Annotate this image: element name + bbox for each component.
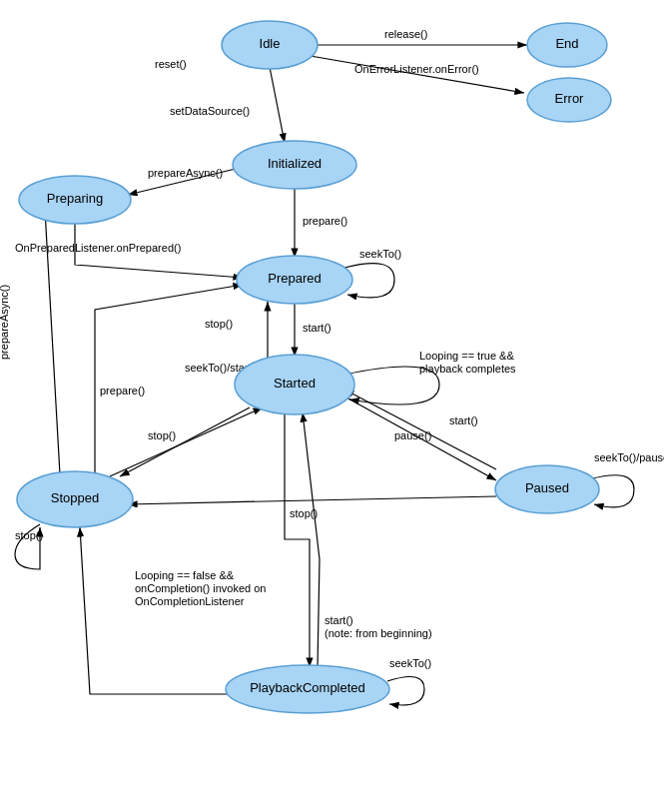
label-seekto-pause: seekTo()/pause() [594, 451, 664, 463]
label-prepare-stopped: prepare() [100, 385, 145, 397]
label-initialized: Initialized [268, 156, 322, 171]
label-looping-playback: playback completes [419, 363, 516, 375]
label-prepared: Prepared [268, 271, 321, 286]
label-paused: Paused [525, 480, 569, 495]
label-prepareasync-stopped: prepareAsync() [0, 285, 10, 360]
label-stopped: Stopped [51, 490, 99, 505]
label-release: release() [384, 28, 427, 40]
arrow-playback-stopped [80, 527, 233, 694]
label-start-frombeginning: start() [325, 614, 353, 626]
label-playback-completed: PlaybackCompleted [250, 680, 365, 695]
label-looping-false3: OnCompletionListener [135, 595, 245, 607]
arrow-started-playback [285, 412, 310, 667]
label-started: Started [274, 376, 316, 391]
label-looping-true: Looping == true && [419, 350, 514, 362]
label-start1: start() [303, 322, 332, 334]
label-onerror: OnErrorListener.onError() [354, 63, 479, 75]
label-prepareasync1: prepareAsync() [148, 167, 223, 179]
label-seekto-prepared: seekTo() [359, 248, 401, 260]
arrow-stopped-started [110, 407, 263, 476]
arrow-paused-started [344, 390, 496, 469]
label-preparing: Preparing [47, 191, 103, 206]
label-reset: reset() [155, 58, 187, 70]
label-looping-false1: Looping == false && [135, 569, 235, 581]
label-looping-false2: onCompletion() invoked on [135, 582, 266, 594]
label-setdatasource: setDataSource() [170, 105, 250, 117]
label-idle: Idle [260, 36, 281, 51]
label-end: End [555, 36, 578, 51]
label-note-frombeginning: (note: from beginning) [325, 627, 432, 639]
label-stop-started: stop() [148, 429, 176, 441]
label-start-paused: start() [449, 414, 478, 426]
arrow-playback-seekto [387, 677, 424, 706]
label-onprepared: OnPreparedListener.onPrepared() [15, 242, 181, 254]
label-prepare1: prepare() [303, 215, 347, 227]
arrow-idle-initialized [270, 67, 285, 143]
state-diagram: release() OnErrorListener.onError() rese… [0, 0, 664, 812]
label-seekto-playback: seekTo() [389, 657, 431, 669]
arrow-started-stopped [120, 407, 250, 476]
label-pause: pause() [394, 429, 431, 441]
label-error: Error [555, 91, 585, 106]
arrow-stopped-prepared [95, 285, 243, 474]
label-stop-prepared: stop() [205, 318, 233, 330]
